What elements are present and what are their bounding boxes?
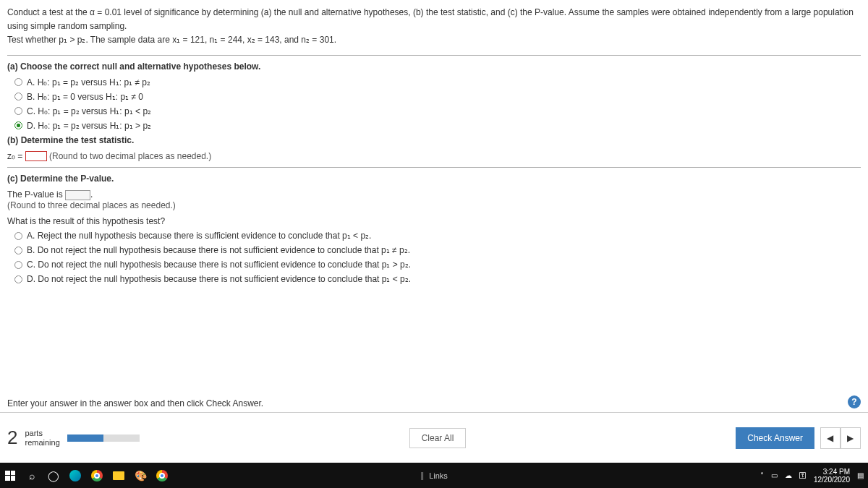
pvalue-row: The P-value is .	[7, 189, 861, 200]
radio-icon	[14, 275, 22, 283]
paint-icon[interactable]: 🎨	[135, 470, 146, 481]
footer-left: 2 parts remaining	[7, 427, 140, 449]
part-c-heading-text: (c) Determine the P-value.	[7, 174, 114, 184]
pvalue-note: (Round to three decimal places as needed…	[7, 200, 861, 210]
z0-prefix: z₀ =	[7, 151, 25, 161]
z0-note: (Round to two decimal places as needed.)	[49, 151, 211, 161]
taskbar-left: ⌕ ◯ 🎨	[4, 470, 168, 481]
question-intro: Conduct a test at the α = 0.01 level of …	[7, 6, 861, 48]
part-a-heading-text: (a) Choose the correct null and alternat…	[7, 61, 260, 72]
option-a-d[interactable]: D. H₀: p₁ = p₂ versus H₁: p₁ > p₂	[14, 121, 861, 131]
wifi-icon[interactable]: ⚿	[799, 471, 807, 479]
intro-line1: Conduct a test at the α = 0.01 level of …	[7, 7, 854, 31]
folder-icon[interactable]	[113, 470, 124, 481]
edge-icon[interactable]	[69, 470, 81, 481]
parts-label: parts remaining	[25, 429, 59, 446]
footer-right: Check Answer ◀ ▶	[736, 427, 861, 449]
footer-bar: ? 2 parts remaining Clear All Check Answ…	[0, 412, 868, 463]
pvalue-prefix: The P-value is	[7, 189, 65, 200]
option-label: B. Do not reject the null hypothesis bec…	[27, 245, 410, 255]
check-answer-button[interactable]: Check Answer	[736, 427, 814, 449]
radio-icon	[14, 107, 22, 115]
option-label: C. Do not reject the null hypothesis bec…	[27, 260, 411, 270]
z0-input[interactable]	[25, 151, 47, 161]
notification-icon[interactable]: ▤	[857, 471, 864, 479]
next-button[interactable]: ▶	[841, 427, 861, 449]
part-a-heading: (a) Choose the correct null and alternat…	[7, 61, 861, 72]
option-label: A. H₀: p₁ = p₂ versus H₁: p₁ ≠ p₂	[27, 77, 150, 87]
search-icon[interactable]: ⌕	[26, 470, 38, 481]
option-a-b[interactable]: B. H₀: p₁ = 0 versus H₁: p₁ ≠ 0	[14, 92, 861, 102]
part-b-heading: (b) Determine the test statistic.	[7, 135, 861, 145]
option-a-c[interactable]: C. H₀: p₁ = p₂ versus H₁: p₁ < p₂	[14, 106, 861, 116]
taskbar: ⌕ ◯ 🎨 ‖Links ˄ ▭ ☁ ⚿ 3:24 PM 12/20/2020 …	[0, 463, 868, 488]
links-label: Links	[429, 471, 448, 480]
radio-icon	[14, 93, 22, 100]
option-label: D. Do not reject the null hypothesis bec…	[27, 274, 411, 284]
result-question: What is the result of this hypothesis te…	[7, 216, 861, 226]
taskbar-right: ˄ ▭ ☁ ⚿ 3:24 PM 12/20/2020 ▤	[760, 468, 864, 484]
radio-icon-selected	[14, 121, 22, 129]
option-c-d[interactable]: D. Do not reject the null hypothesis bec…	[14, 274, 861, 284]
option-c-a[interactable]: A. Reject the null hypothesis because th…	[14, 231, 861, 241]
tray-chevron-icon[interactable]: ˄	[760, 471, 764, 479]
clear-all-button[interactable]: Clear All	[409, 428, 467, 448]
cloud-icon[interactable]: ☁	[785, 471, 792, 479]
prev-button[interactable]: ◀	[820, 427, 841, 449]
part-b-row: z₀ = (Round to two decimal places as nee…	[7, 151, 861, 162]
part-c-options: A. Reject the null hypothesis because th…	[14, 231, 861, 284]
nav-arrows: ◀ ▶	[820, 427, 861, 449]
start-button[interactable]	[4, 470, 16, 481]
radio-icon	[14, 247, 22, 254]
option-label: A. Reject the null hypothesis because th…	[27, 231, 371, 241]
task-view-icon[interactable]: ◯	[48, 470, 59, 481]
chrome-icon-2[interactable]	[156, 470, 168, 481]
radio-icon	[14, 232, 22, 240]
radio-icon	[14, 78, 22, 86]
divider	[7, 55, 861, 56]
chrome-icon[interactable]	[91, 470, 103, 481]
option-label: D. H₀: p₁ = p₂ versus H₁: p₁ > p₂	[27, 121, 151, 131]
progress-bar	[67, 435, 140, 442]
pvalue-input[interactable]	[65, 190, 90, 200]
part-a-options: A. H₀: p₁ = p₂ versus H₁: p₁ ≠ p₂ B. H₀:…	[14, 77, 861, 131]
option-label: B. H₀: p₁ = 0 versus H₁: p₁ ≠ 0	[27, 92, 143, 102]
parts-count: 2	[7, 427, 17, 449]
option-c-b[interactable]: B. Do not reject the null hypothesis bec…	[14, 245, 861, 255]
answer-prompt: Enter your answer in the answer box and …	[7, 398, 263, 408]
help-button[interactable]: ?	[848, 395, 861, 408]
option-label: C. H₀: p₁ = p₂ versus H₁: p₁ < p₂	[27, 106, 151, 116]
parts-word: parts	[25, 429, 59, 437]
progress-fill	[67, 435, 103, 442]
part-b-heading-text: (b) Determine the test statistic.	[7, 135, 134, 145]
part-c-heading: (c) Determine the P-value.	[7, 174, 861, 184]
clock[interactable]: 3:24 PM 12/20/2020	[814, 468, 850, 484]
option-a-a[interactable]: A. H₀: p₁ = p₂ versus H₁: p₁ ≠ p₂	[14, 77, 861, 87]
divider	[7, 167, 861, 168]
date-text: 12/20/2020	[814, 476, 850, 484]
remaining-word: remaining	[25, 438, 59, 447]
taskbar-center[interactable]: ‖Links	[420, 471, 448, 480]
battery-icon[interactable]: ▭	[771, 471, 778, 479]
intro-line2: Test whether p₁ > p₂. The sample data ar…	[7, 35, 336, 45]
radio-icon	[14, 261, 22, 269]
question-content: Conduct a test at the α = 0.01 level of …	[0, 0, 868, 463]
time-text: 3:24 PM	[814, 468, 850, 476]
option-c-c[interactable]: C. Do not reject the null hypothesis bec…	[14, 260, 861, 270]
